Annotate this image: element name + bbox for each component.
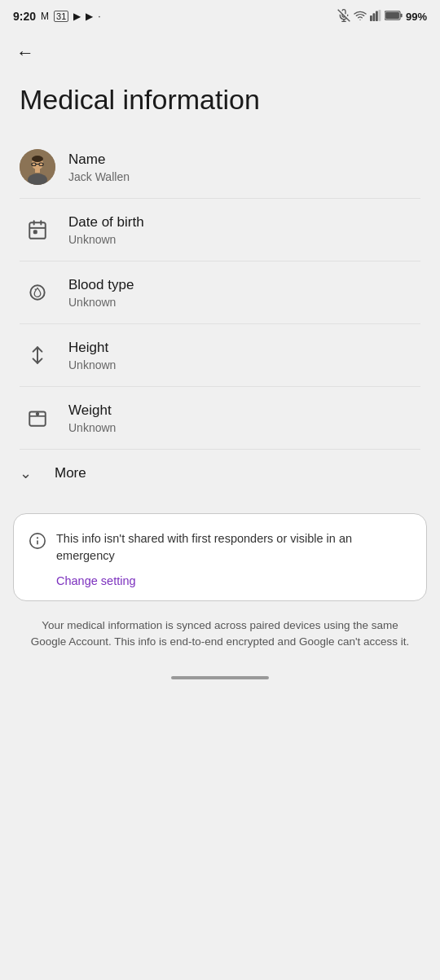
avatar-icon [20,149,55,185]
list-item-height[interactable]: Height Unknown [10,324,430,386]
wifi-icon [354,9,367,24]
svg-rect-5 [376,11,378,21]
list-item-name[interactable]: Name Jack Wallen [10,136,430,198]
blood-label: Blood type [68,276,420,294]
svg-rect-23 [34,231,37,233]
status-time: 9:20 [13,10,36,23]
battery-icon [385,10,403,24]
bottom-handle [0,666,440,686]
svg-rect-19 [29,222,46,239]
gmail-icon: M [41,11,49,22]
chevron-down-icon: ⌄ [20,464,32,482]
back-button[interactable]: ← [0,29,51,70]
mute-icon [337,9,350,24]
info-card-content: This info isn't shared with first respon… [56,530,411,587]
svg-line-25 [35,288,36,289]
signal-icon [370,10,381,24]
height-icon [20,337,55,373]
blood-text: Blood type Unknown [68,276,420,309]
dob-text: Date of birth Unknown [68,213,420,246]
footer-note: Your medical information is synced acros… [23,617,417,651]
info-card: This info isn't shared with first respon… [13,513,427,601]
handle-bar [171,676,269,679]
dob-value: Unknown [68,233,420,246]
weight-label: Weight [68,402,420,420]
name-text: Name Jack Wallen [68,151,420,183]
list-item-weight[interactable]: Weight Unknown [10,387,430,449]
info-card-text: This info isn't shared with first respon… [56,532,352,562]
info-card-row: This info isn't shared with first respon… [29,530,411,587]
svg-rect-9 [385,11,399,18]
weight-value: Unknown [68,421,420,434]
svg-point-13 [32,156,43,162]
height-text: Height Unknown [68,339,420,371]
back-arrow-icon: ← [16,42,34,63]
blood-drop-icon [20,275,55,310]
youtube2-icon: ▶ [86,11,93,22]
blood-value: Unknown [68,296,420,309]
status-right: 99% [337,9,427,24]
list-item-dob[interactable]: Date of birth Unknown [10,199,430,261]
calendar-notif-icon: 31 [54,11,68,22]
name-label: Name [68,151,420,169]
dot-icon: · [98,11,100,22]
dob-label: Date of birth [68,213,420,231]
status-bar: 9:20 M 31 ▶ ▶ · [0,0,440,29]
more-label: More [55,465,86,481]
weight-scale-icon [20,400,55,436]
youtube-icon: ▶ [73,11,81,22]
svg-rect-4 [372,13,375,21]
more-item[interactable]: ⌄ More [0,450,440,497]
svg-rect-18 [35,169,40,173]
svg-rect-6 [378,10,381,21]
list-item-blood[interactable]: Blood type Unknown [10,261,430,323]
svg-rect-8 [400,13,402,16]
calendar-icon [20,212,55,248]
status-left: 9:20 M 31 ▶ ▶ · [13,10,101,23]
weight-text: Weight Unknown [68,402,420,434]
height-value: Unknown [68,358,420,371]
height-label: Height [68,339,420,357]
battery-percent: 99% [406,11,427,23]
svg-point-29 [37,413,39,415]
name-value: Jack Wallen [68,170,420,183]
change-setting-link[interactable]: Change setting [56,574,411,587]
svg-rect-3 [370,15,372,21]
info-circle-icon [29,532,46,553]
page-title: Medical information [0,70,440,136]
info-list: Name Jack Wallen Date of birth Unknown [0,136,440,450]
